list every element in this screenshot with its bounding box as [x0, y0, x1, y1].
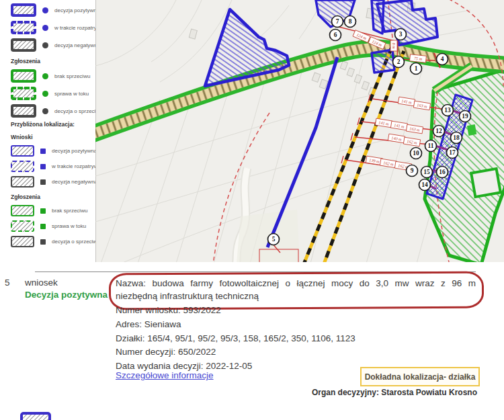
map-marker-14[interactable]: 14: [419, 179, 431, 191]
legend-item-label: sprawa w toku: [52, 223, 86, 229]
legend-item-label: brak sprzeciwu: [54, 73, 90, 79]
map-marker-15[interactable]: 15: [421, 167, 433, 178]
legend-item: decyzja o sprzeciwie: [11, 236, 108, 247]
map-marker-12[interactable]: 12: [433, 126, 445, 137]
legend-swatch-icon: [11, 205, 34, 216]
svg-text:2: 2: [397, 58, 401, 65]
legend-swatch-icon: [11, 38, 36, 52]
legend-marker-icon: [40, 149, 46, 154]
green-zone-notch: [471, 169, 501, 197]
svg-text:9: 9: [411, 167, 414, 174]
map-marker-11[interactable]: 11: [425, 140, 437, 152]
map-marker-13[interactable]: 13: [442, 105, 454, 116]
decision-authority: Organ decyzyjny: Starosta Powiatu Krosno: [269, 388, 477, 397]
map-marker-7[interactable]: 7: [332, 16, 343, 28]
legend-title: Przybliżona lokalizacja:: [11, 121, 108, 128]
map-marker-1[interactable]: 1: [411, 63, 422, 75]
legend-item: decyzja negatywna: [11, 176, 108, 187]
distance-label: 8 m: [390, 40, 397, 51]
map-marker-8[interactable]: 8: [345, 16, 356, 28]
map-marker-3[interactable]: 3: [395, 29, 407, 40]
legend-item-label: decyzja negatywna: [54, 42, 100, 48]
map-canvas[interactable]: 124 m124 m8 m75 m141 m163 m141 m141 m163…: [95, 0, 504, 262]
record-field: Numer decyzji: 650/2022: [116, 345, 355, 360]
svg-text:13: 13: [444, 107, 451, 114]
record-field: Adres: Sieniawa: [116, 318, 355, 332]
legend-swatch-icon: [11, 21, 36, 34]
legend-swatch-icon: [11, 145, 34, 157]
legend-swatch-icon: [11, 3, 36, 17]
legend-marker-icon: [42, 25, 48, 31]
map-marker-18[interactable]: 18: [451, 132, 462, 144]
legend-item-label: brak sprzeciwu: [52, 208, 87, 214]
record-field: Działki: 165/4, 95/1, 95/2, 95/3, 158, 1…: [116, 332, 355, 346]
svg-text:5: 5: [272, 236, 276, 243]
svg-text:10: 10: [413, 150, 419, 157]
legend-item-label: sprawa w toku: [54, 91, 89, 97]
svg-text:8: 8: [349, 18, 352, 25]
legend-swatch-icon: [11, 236, 34, 247]
svg-text:17: 17: [449, 149, 456, 156]
record-name-line1: Nazwa: budowa farmy fotowoltaicznej o łą…: [116, 277, 476, 290]
legend-item-label: decyzja o sprzeciwie: [52, 239, 101, 245]
legend-item-label: decyzja pozytywna: [54, 7, 99, 13]
legend-marker-icon: [40, 179, 46, 185]
svg-text:8 m: 8 m: [392, 42, 396, 49]
legend-swatch-partial: [20, 412, 51, 420]
legend-marker-icon: [40, 164, 46, 169]
green-block: [467, 124, 476, 136]
svg-text:75 m: 75 m: [414, 56, 423, 61]
map-marker-10[interactable]: 10: [411, 148, 422, 159]
legend-swatch-icon: [11, 104, 36, 118]
record-field: Numer wniosku: 593/2022: [116, 304, 355, 318]
record-name: Nazwa: budowa farmy fotowoltaicznej o łą…: [116, 277, 476, 302]
map-marker-4[interactable]: 4: [437, 54, 448, 65]
svg-text:11: 11: [428, 142, 434, 149]
svg-text:19: 19: [462, 113, 468, 120]
svg-text:15: 15: [423, 169, 430, 175]
svg-text:6: 6: [334, 32, 337, 38]
legend-item-label: decyzja pozytywna: [52, 148, 97, 154]
record-name-line2: niezbędną infrastrukturą techniczną: [116, 290, 476, 302]
legend-item-label: decyzja negatywna: [52, 179, 97, 185]
map-marker-6[interactable]: 6: [330, 30, 341, 41]
legend-section-header: Wnioski: [11, 134, 108, 140]
svg-text:3: 3: [399, 31, 403, 38]
details-link[interactable]: Szczegółowe informacje: [116, 370, 214, 380]
svg-text:16: 16: [439, 169, 446, 175]
record-number: 5: [5, 278, 10, 288]
legend-section-header: Zgłoszenia: [11, 194, 108, 200]
row-divider: [35, 271, 476, 272]
exact-location-button[interactable]: Dokładna lokalizacja- działka: [360, 367, 480, 386]
legend-marker-icon: [42, 7, 48, 13]
screen: decyzja pozytywnaw trakcie rozpatrywania…: [0, 0, 504, 420]
legend-marker-icon: [42, 108, 48, 114]
legend-group-approx: Przybliżona lokalizacja:Wnioskidecyzja p…: [11, 121, 108, 251]
legend-swatch-icon: [11, 220, 34, 232]
map-marker-5[interactable]: 5: [268, 234, 280, 245]
legend-panel: decyzja pozytywnaw trakcie rozpatrywania…: [0, 0, 95, 420]
map-marker-16[interactable]: 16: [437, 167, 448, 178]
legend-item: w trakcie rozpatrywania: [11, 161, 108, 172]
legend-item: decyzja pozytywna: [11, 145, 108, 157]
map-marker-2[interactable]: 2: [393, 56, 405, 68]
map-marker-9[interactable]: 9: [407, 165, 418, 177]
legend-swatch-icon: [11, 176, 34, 187]
distance-label: 75 m: [410, 54, 427, 62]
legend-swatch-icon: [11, 161, 34, 172]
legend-swatch-icon: [11, 87, 36, 100]
map-marker-17[interactable]: 17: [447, 147, 458, 159]
legend-marker-icon: [42, 42, 48, 48]
svg-text:1: 1: [415, 65, 418, 72]
svg-text:14: 14: [421, 181, 428, 188]
record-fields: Numer wniosku: 593/2022Adres: SieniawaDz…: [116, 304, 355, 374]
legend-marker-icon: [40, 224, 46, 229]
legend-swatch-icon: [11, 69, 36, 83]
svg-text:18: 18: [453, 134, 460, 141]
legend-marker-icon: [42, 91, 48, 97]
legend-marker-icon: [40, 239, 46, 245]
legend-marker-icon: [42, 73, 48, 79]
svg-text:12: 12: [435, 128, 442, 134]
map-marker-19[interactable]: 19: [460, 111, 471, 122]
decision-status: Decyzja pozytywna: [25, 290, 108, 300]
